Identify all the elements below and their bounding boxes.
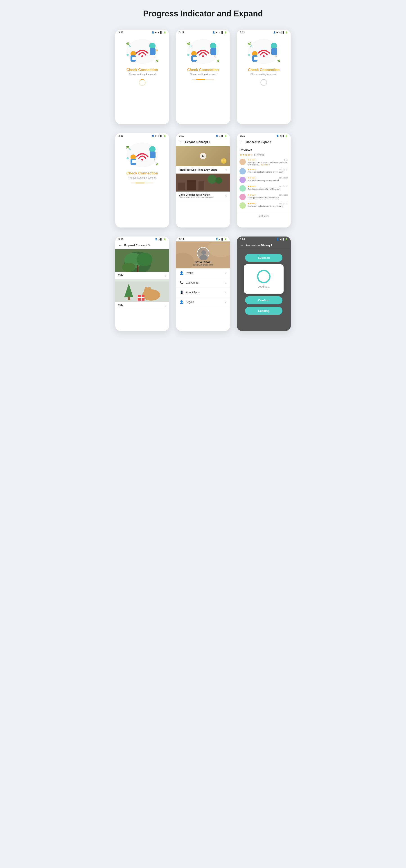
status-icons-9: 👤 ▲▌▌ 🔋	[277, 238, 288, 240]
menu-item-aboutapps[interactable]: 📱 About Apps ∨	[176, 288, 230, 298]
status-icons-1: 👤 ◉ ▲ ▌▌ 🔋	[152, 31, 166, 33]
review-item-1: ★★★★☆ Date Wow good application I not ha…	[239, 159, 288, 166]
row-1: 3:21 👤 ◉ ▲ ▌▌ 🔋	[115, 30, 291, 124]
review-header-3: ★★★★☆ 11/12/2020	[248, 177, 288, 179]
play-button-1[interactable]: ▶	[200, 153, 206, 159]
menu-item-callcenter[interactable]: 📞 Call Center ∨	[176, 278, 230, 288]
illustration-2: A B 🌿 🌿	[185, 37, 221, 66]
spinner-circular-1	[139, 79, 146, 86]
back-arrow-6[interactable]: ←	[240, 140, 243, 144]
signal-icon-8: ▲▌▌	[219, 238, 224, 240]
expand3-item-info-1: Title ∨	[115, 272, 169, 279]
svg-text:B: B	[214, 55, 216, 58]
loading-button[interactable]: Loading	[245, 307, 283, 315]
back-arrow-9[interactable]: ←	[240, 243, 243, 247]
confirm-button[interactable]: Confirm	[245, 296, 283, 304]
svg-point-38	[141, 159, 143, 160]
svg-rect-73	[138, 297, 144, 298]
stars-overall: ★★★★☆ 8 Reviews	[239, 153, 288, 156]
back-arrow-5[interactable]: ←	[179, 140, 183, 144]
svg-rect-31	[271, 48, 277, 55]
dialog-card: Loading...	[244, 265, 284, 293]
menu-item-logout[interactable]: 👤 Logout ∨	[176, 298, 230, 307]
battery-icon-9: 🔋	[285, 238, 288, 240]
review-stars-6: ★★★★☆	[248, 202, 257, 205]
signal-icon-9: ▲▌▌	[280, 238, 285, 240]
dialog-title: Animation Dialog 1	[246, 244, 272, 247]
phone-outlined-menu-icon: 📱	[180, 290, 184, 294]
dialog-header: ← Animation Dialog 1	[237, 242, 291, 249]
profile-avatar	[197, 247, 209, 259]
expand3-img-1	[115, 249, 169, 272]
menu-chevron-callcenter: ∨	[224, 281, 226, 284]
battery-icon-5: 🔋	[224, 135, 227, 137]
battery-icon-6: 🔋	[285, 135, 288, 137]
eye-icon-2: ◉	[215, 31, 218, 33]
phone-5: 3:10 👤 ▲▌▌ 🔋 ← Expand Concept 1 ▶	[176, 133, 230, 227]
reviews-title: Reviews	[239, 148, 288, 152]
expand3-header: ← Expand Concept 3	[115, 242, 169, 249]
review-date-5: 11/12/2020	[279, 194, 288, 196]
svg-rect-17	[193, 57, 197, 60]
svg-rect-62	[137, 265, 138, 272]
food-img-2	[176, 174, 230, 191]
expand3-item-title-2: Title	[118, 304, 123, 307]
review-text-6: Awesome application make my life easy	[248, 205, 288, 207]
food-info-2: Caffe Original Taste Kafein Place recomm…	[176, 191, 230, 200]
person-icon-2: 👤	[212, 31, 215, 33]
person-icon-3: 👤	[273, 31, 276, 33]
check-screen-3: A B 🌿 🌿 Check Connection Please waiting …	[237, 35, 291, 124]
svg-rect-41	[132, 160, 136, 163]
svg-rect-53	[178, 183, 185, 190]
person-icon-7: 👤	[155, 238, 157, 240]
phone-6: 3:11 👤 ▲▌▌ 🔋 ← Concept 2 Expand Reviews …	[237, 133, 291, 227]
review-text-5: Nice application make my life easy	[248, 196, 288, 199]
svg-rect-74	[115, 279, 169, 281]
status-bar-2: 3:21 👤 ◉ ▲ ▌▌ 🔋	[176, 30, 230, 35]
menu-item-profile[interactable]: 👤 Profile ∨	[176, 269, 230, 278]
expand-chevron-2[interactable]: ∨	[225, 194, 227, 197]
read-more-1[interactable]: read more	[261, 164, 270, 166]
svg-rect-54	[187, 180, 196, 190]
loading-ring	[257, 270, 270, 283]
phone-3: 3:21 👤 ◉ ▲ ▌▌ 🔋	[237, 30, 291, 124]
status-icons-4: 👤 ◉ ▲ ▌▌ 🔋	[152, 135, 166, 137]
reviews-count: 8 Reviews	[254, 154, 264, 156]
status-icons-2: 👤 ◉ ▲ ▌▌ 🔋	[212, 31, 227, 33]
review-stars-3: ★★★★☆	[248, 177, 257, 179]
avatar-4	[239, 185, 246, 191]
check-subtitle-1: Please waiting 4 second	[129, 73, 156, 75]
back-arrow-7[interactable]: ←	[118, 243, 122, 247]
check-title-4: Check Connection	[126, 171, 158, 175]
concept2-title: Concept 2 Expand	[246, 140, 271, 144]
svg-text:🌿: 🌿	[216, 59, 220, 62]
time-5: 3:10	[179, 134, 184, 137]
check-title-3: Check Connection	[248, 68, 280, 72]
menu-label-profile: Profile	[186, 272, 194, 275]
expand-chevron-1[interactable]: ∨	[225, 168, 227, 172]
food-info-1: Fried Rice Egg Ricas Easy Steps ∨	[176, 166, 230, 174]
svg-text:🌿: 🌿	[156, 163, 159, 166]
svg-point-10	[156, 50, 158, 51]
expand3-chevron-1[interactable]: ∨	[164, 274, 167, 277]
svg-point-14	[202, 55, 204, 57]
food-desc-2: Place recommended for working space	[179, 196, 214, 198]
svg-text:🌿: 🌿	[248, 42, 251, 45]
svg-point-42	[149, 146, 155, 152]
svg-point-63	[122, 263, 136, 272]
expand3-title: Expand Concept 3	[124, 244, 150, 247]
menu-chevron-aboutapps: ∨	[224, 291, 226, 294]
review-content-5: ★★★★☆ 11/12/2020 Nice application make m…	[248, 194, 288, 199]
review-stars-1: ★★★★☆	[248, 159, 257, 161]
success-button[interactable]: Success	[245, 254, 283, 262]
phone-1: 3:21 👤 ◉ ▲ ▌▌ 🔋	[115, 30, 169, 124]
signal-icon-4: ▌▌	[160, 135, 163, 137]
svg-point-26	[263, 55, 265, 57]
illustration-4: A B 🌿 🌿	[124, 140, 160, 169]
menu-left-profile: 👤 Profile	[180, 271, 194, 275]
svg-point-61	[137, 253, 152, 266]
see-more-button[interactable]: See More	[237, 213, 291, 219]
avatar-5	[239, 194, 246, 200]
time-1: 3:21	[118, 31, 123, 34]
expand3-chevron-2[interactable]: ∨	[164, 304, 167, 307]
